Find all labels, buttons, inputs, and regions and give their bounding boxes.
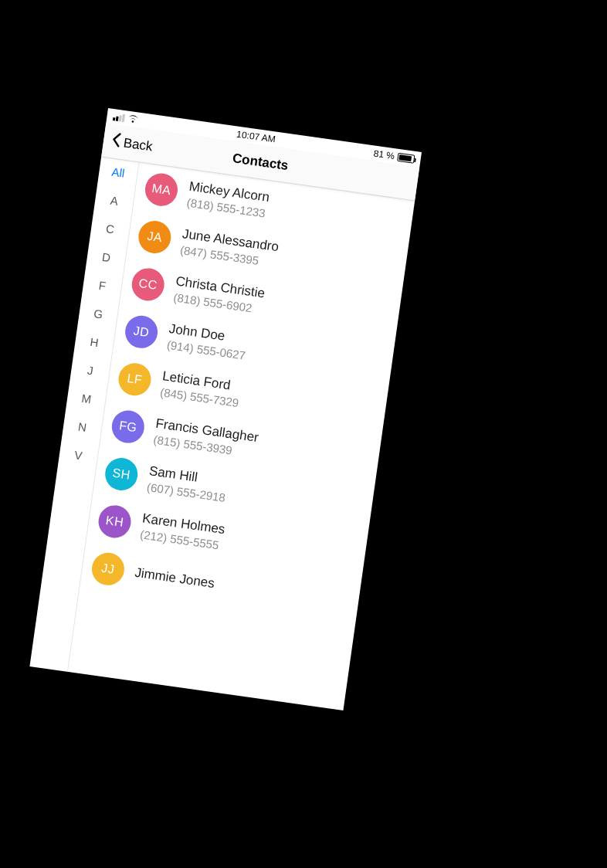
index-item-m[interactable]: M — [80, 392, 92, 406]
avatar: JA — [137, 219, 173, 255]
cell-signal-icon — [113, 113, 125, 122]
battery-percent: 81 % — [373, 147, 395, 161]
index-item-c[interactable]: C — [105, 222, 115, 236]
page-title: Contacts — [232, 151, 290, 174]
avatar: JD — [123, 314, 159, 350]
index-item-g[interactable]: G — [93, 307, 103, 320]
phone-frame: 10:07 AM 81 % Back Contacts AllACDFGHJMN… — [29, 108, 422, 710]
index-item-d[interactable]: D — [101, 250, 111, 264]
avatar: LF — [117, 361, 153, 397]
contact-info: Jimmie Jones — [134, 565, 215, 592]
avatar: MA — [143, 171, 179, 208]
back-button[interactable]: Back — [106, 124, 158, 164]
contact-info: June Alessandro(847) 555-3395 — [179, 226, 280, 270]
avatar: KH — [97, 504, 133, 540]
contact-info: Leticia Ford(845) 555-7329 — [159, 368, 242, 409]
contact-name: Jimmie Jones — [134, 565, 215, 592]
avatar: JJ — [90, 551, 126, 587]
chevron-left-icon — [110, 131, 123, 152]
battery-icon — [397, 152, 415, 163]
index-item-j[interactable]: J — [86, 364, 94, 378]
index-item-h[interactable]: H — [90, 335, 100, 349]
contact-info: Karen Holmes(212) 555-5555 — [140, 510, 226, 552]
contact-info: John Doe(914) 555-0627 — [166, 320, 249, 361]
index-item-n[interactable]: N — [77, 420, 87, 434]
index-item-a[interactable]: A — [110, 194, 119, 208]
index-item-f[interactable]: F — [98, 279, 107, 293]
index-item-all[interactable]: All — [111, 165, 126, 180]
contact-info: Francis Gallagher(815) 555-3939 — [153, 415, 259, 459]
index-item-v[interactable]: V — [73, 448, 83, 462]
back-label: Back — [123, 135, 154, 154]
avatar: FG — [110, 409, 146, 445]
content-body: AllACDFGHJMNV MAMickey Alcorn(818) 555-1… — [29, 157, 415, 710]
wifi-icon — [127, 114, 139, 125]
avatar: CC — [130, 266, 166, 303]
contact-info: Mickey Alcorn(818) 555-1233 — [186, 178, 270, 219]
avatar: SH — [103, 456, 139, 492]
contact-info: Sam Hill(607) 555-2918 — [146, 463, 229, 504]
contact-info: Christa Christie(818) 555-6902 — [173, 273, 266, 316]
